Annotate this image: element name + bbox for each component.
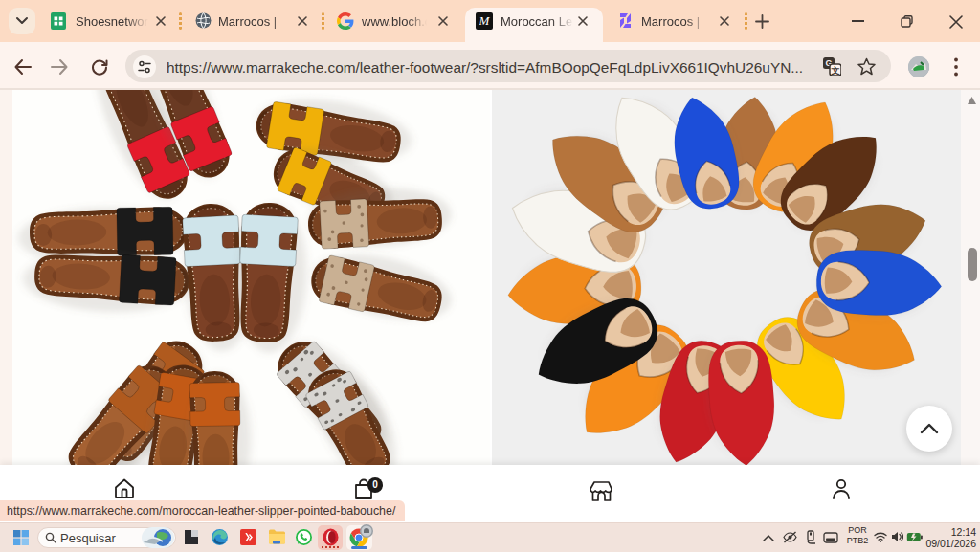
svg-text:文: 文: [831, 66, 840, 76]
